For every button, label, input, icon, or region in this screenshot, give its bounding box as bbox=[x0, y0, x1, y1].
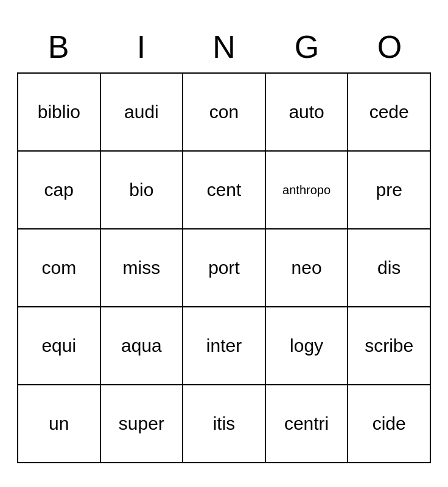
bingo-cell-17: inter bbox=[183, 307, 266, 385]
bingo-cell-2: con bbox=[183, 74, 266, 152]
bingo-cell-22: itis bbox=[183, 385, 266, 463]
bingo-cell-7: cent bbox=[183, 152, 266, 229]
bingo-cell-6: bio bbox=[101, 152, 184, 229]
bingo-cell-4: cede bbox=[348, 74, 431, 152]
header-letter-b: B bbox=[17, 24, 100, 70]
bingo-cell-12: port bbox=[183, 229, 266, 307]
header-letter-n: N bbox=[183, 24, 265, 70]
bingo-cell-15: equi bbox=[18, 307, 101, 385]
bingo-cell-11: miss bbox=[101, 229, 184, 307]
bingo-cell-14: dis bbox=[348, 229, 431, 307]
bingo-cell-0: biblio bbox=[18, 74, 101, 152]
header-letter-g: G bbox=[265, 24, 348, 70]
bingo-cell-1: audi bbox=[101, 74, 184, 152]
bingo-cell-5: cap bbox=[18, 152, 101, 229]
bingo-cell-13: neo bbox=[266, 229, 349, 307]
bingo-cell-24: cide bbox=[348, 385, 431, 463]
bingo-card: BINGO biblioaudiconautocedecapbiocentant… bbox=[17, 24, 431, 463]
bingo-cell-19: scribe bbox=[348, 307, 431, 385]
bingo-cell-3: auto bbox=[266, 74, 349, 152]
bingo-cell-20: un bbox=[18, 385, 101, 463]
bingo-header: BINGO bbox=[17, 24, 431, 70]
bingo-grid: biblioaudiconautocedecapbiocentanthropop… bbox=[17, 72, 431, 463]
header-letter-o: O bbox=[348, 24, 431, 70]
bingo-cell-9: pre bbox=[348, 152, 431, 229]
bingo-cell-8: anthropo bbox=[266, 152, 349, 229]
bingo-cell-21: super bbox=[101, 385, 184, 463]
bingo-cell-23: centri bbox=[266, 385, 349, 463]
header-letter-i: I bbox=[100, 24, 183, 70]
bingo-cell-16: aqua bbox=[101, 307, 184, 385]
bingo-cell-10: com bbox=[18, 229, 101, 307]
bingo-cell-18: logy bbox=[266, 307, 349, 385]
